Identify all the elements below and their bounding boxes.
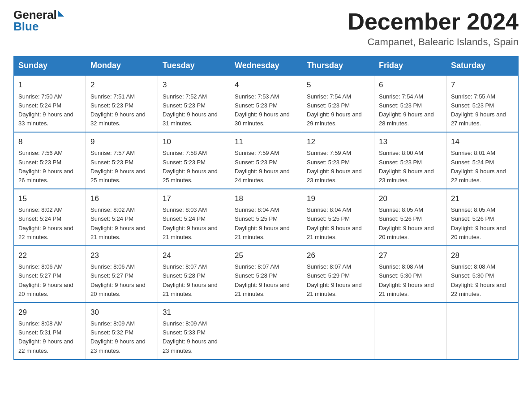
day-info: Sunrise: 8:04 AMSunset: 5:25 PMDaylight:… <box>307 206 369 242</box>
day-info: Sunrise: 8:08 AMSunset: 5:30 PMDaylight:… <box>379 262 442 299</box>
calendar-week-row: 22Sunrise: 8:06 AMSunset: 5:27 PMDayligh… <box>14 246 519 303</box>
day-number: 25 <box>235 250 297 261</box>
table-row <box>374 303 446 360</box>
day-info: Sunrise: 8:07 AMSunset: 5:28 PMDaylight:… <box>163 262 225 299</box>
day-number: 14 <box>451 136 514 148</box>
day-number: 30 <box>90 307 153 318</box>
table-row: 23Sunrise: 8:06 AMSunset: 5:27 PMDayligh… <box>86 246 158 303</box>
table-row: 12Sunrise: 7:59 AMSunset: 5:23 PMDayligh… <box>302 132 374 189</box>
table-row: 15Sunrise: 8:02 AMSunset: 5:24 PMDayligh… <box>14 189 86 246</box>
logo-triangle-icon <box>58 10 64 17</box>
table-row <box>302 303 374 360</box>
day-info: Sunrise: 8:04 AMSunset: 5:25 PMDaylight:… <box>235 206 297 242</box>
day-info: Sunrise: 8:05 AMSunset: 5:26 PMDaylight:… <box>379 206 442 242</box>
day-number: 17 <box>163 193 225 205</box>
logo-general-text: General <box>13 9 57 21</box>
table-row: 31Sunrise: 8:09 AMSunset: 5:33 PMDayligh… <box>158 303 230 360</box>
calendar-week-row: 15Sunrise: 8:02 AMSunset: 5:24 PMDayligh… <box>14 189 519 246</box>
day-info: Sunrise: 8:07 AMSunset: 5:29 PMDaylight:… <box>307 262 369 299</box>
table-row: 3Sunrise: 7:52 AMSunset: 5:23 PMDaylight… <box>158 75 230 132</box>
day-info: Sunrise: 8:01 AMSunset: 5:24 PMDaylight:… <box>451 149 514 185</box>
table-row <box>446 303 519 360</box>
table-row: 17Sunrise: 8:03 AMSunset: 5:24 PMDayligh… <box>158 189 230 246</box>
day-number: 22 <box>18 250 81 261</box>
table-row: 22Sunrise: 8:06 AMSunset: 5:27 PMDayligh… <box>14 246 86 303</box>
day-info: Sunrise: 7:53 AMSunset: 5:23 PMDaylight:… <box>235 92 297 128</box>
day-number: 7 <box>451 79 514 91</box>
table-row: 20Sunrise: 8:05 AMSunset: 5:26 PMDayligh… <box>374 189 446 246</box>
table-row: 26Sunrise: 8:07 AMSunset: 5:29 PMDayligh… <box>302 246 374 303</box>
day-info: Sunrise: 8:03 AMSunset: 5:24 PMDaylight:… <box>163 206 225 242</box>
day-info: Sunrise: 8:06 AMSunset: 5:27 PMDaylight:… <box>18 262 81 299</box>
table-row: 28Sunrise: 8:08 AMSunset: 5:30 PMDayligh… <box>446 246 519 303</box>
day-info: Sunrise: 8:07 AMSunset: 5:28 PMDaylight:… <box>235 262 297 299</box>
day-number: 16 <box>90 193 153 205</box>
table-row <box>230 303 302 360</box>
table-row: 6Sunrise: 7:54 AMSunset: 5:23 PMDaylight… <box>374 75 446 132</box>
day-number: 2 <box>90 79 153 91</box>
day-info: Sunrise: 7:52 AMSunset: 5:23 PMDaylight:… <box>163 92 225 128</box>
table-row: 29Sunrise: 8:08 AMSunset: 5:31 PMDayligh… <box>14 303 86 360</box>
header-friday: Friday <box>374 56 446 76</box>
day-info: Sunrise: 7:59 AMSunset: 5:23 PMDaylight:… <box>307 149 369 185</box>
day-info: Sunrise: 7:59 AMSunset: 5:23 PMDaylight:… <box>235 149 297 185</box>
day-info: Sunrise: 7:58 AMSunset: 5:23 PMDaylight:… <box>163 149 225 185</box>
table-row: 4Sunrise: 7:53 AMSunset: 5:23 PMDaylight… <box>230 75 302 132</box>
table-row: 2Sunrise: 7:51 AMSunset: 5:23 PMDaylight… <box>86 75 158 132</box>
day-info: Sunrise: 7:54 AMSunset: 5:23 PMDaylight:… <box>379 92 442 128</box>
day-number: 29 <box>18 307 81 318</box>
day-info: Sunrise: 8:09 AMSunset: 5:32 PMDaylight:… <box>90 319 153 355</box>
day-number: 11 <box>235 136 297 148</box>
day-number: 24 <box>163 250 225 261</box>
day-info: Sunrise: 7:51 AMSunset: 5:23 PMDaylight:… <box>90 92 153 128</box>
header-monday: Monday <box>86 56 158 76</box>
day-info: Sunrise: 7:54 AMSunset: 5:23 PMDaylight:… <box>307 92 369 128</box>
page-header: General Blue December 2024 Campanet, Bal… <box>13 9 519 48</box>
calendar-title: December 2024 <box>348 9 519 34</box>
day-number: 9 <box>90 136 153 148</box>
day-number: 28 <box>451 250 514 261</box>
table-row: 5Sunrise: 7:54 AMSunset: 5:23 PMDaylight… <box>302 75 374 132</box>
table-row: 16Sunrise: 8:02 AMSunset: 5:24 PMDayligh… <box>86 189 158 246</box>
calendar-week-row: 8Sunrise: 7:56 AMSunset: 5:23 PMDaylight… <box>14 132 519 189</box>
calendar-header-row: Sunday Monday Tuesday Wednesday Thursday… <box>14 56 519 76</box>
day-number: 20 <box>379 193 442 205</box>
day-number: 21 <box>451 193 514 205</box>
day-number: 13 <box>379 136 442 148</box>
calendar-table: Sunday Monday Tuesday Wednesday Thursday… <box>13 56 519 360</box>
day-number: 3 <box>163 79 225 91</box>
day-number: 23 <box>90 250 153 261</box>
table-row: 8Sunrise: 7:56 AMSunset: 5:23 PMDaylight… <box>14 132 86 189</box>
logo: General Blue <box>13 9 64 32</box>
day-info: Sunrise: 7:56 AMSunset: 5:23 PMDaylight:… <box>18 149 81 185</box>
day-number: 15 <box>18 193 81 205</box>
table-row: 18Sunrise: 8:04 AMSunset: 5:25 PMDayligh… <box>230 189 302 246</box>
day-number: 5 <box>307 79 369 91</box>
table-row: 21Sunrise: 8:05 AMSunset: 5:26 PMDayligh… <box>446 189 519 246</box>
day-number: 26 <box>307 250 369 261</box>
table-row: 27Sunrise: 8:08 AMSunset: 5:30 PMDayligh… <box>374 246 446 303</box>
header-sunday: Sunday <box>14 56 86 76</box>
table-row: 30Sunrise: 8:09 AMSunset: 5:32 PMDayligh… <box>86 303 158 360</box>
day-info: Sunrise: 8:08 AMSunset: 5:30 PMDaylight:… <box>451 262 514 299</box>
header-wednesday: Wednesday <box>230 56 302 76</box>
table-row: 25Sunrise: 8:07 AMSunset: 5:28 PMDayligh… <box>230 246 302 303</box>
day-number: 27 <box>379 250 442 261</box>
day-info: Sunrise: 8:06 AMSunset: 5:27 PMDaylight:… <box>90 262 153 299</box>
day-info: Sunrise: 8:08 AMSunset: 5:31 PMDaylight:… <box>18 319 81 355</box>
table-row: 13Sunrise: 8:00 AMSunset: 5:23 PMDayligh… <box>374 132 446 189</box>
day-info: Sunrise: 8:02 AMSunset: 5:24 PMDaylight:… <box>18 206 81 242</box>
calendar-subtitle: Campanet, Balearic Islands, Spain <box>348 36 519 48</box>
title-block: December 2024 Campanet, Balearic Islands… <box>348 9 519 48</box>
table-row: 24Sunrise: 8:07 AMSunset: 5:28 PMDayligh… <box>158 246 230 303</box>
day-info: Sunrise: 8:00 AMSunset: 5:23 PMDaylight:… <box>379 149 442 185</box>
day-number: 6 <box>379 79 442 91</box>
header-saturday: Saturday <box>446 56 519 76</box>
table-row: 14Sunrise: 8:01 AMSunset: 5:24 PMDayligh… <box>446 132 519 189</box>
day-number: 1 <box>18 79 81 91</box>
table-row: 11Sunrise: 7:59 AMSunset: 5:23 PMDayligh… <box>230 132 302 189</box>
table-row: 1Sunrise: 7:50 AMSunset: 5:24 PMDaylight… <box>14 75 86 132</box>
day-info: Sunrise: 8:09 AMSunset: 5:33 PMDaylight:… <box>163 319 225 355</box>
day-number: 4 <box>235 79 297 91</box>
calendar-week-row: 1Sunrise: 7:50 AMSunset: 5:24 PMDaylight… <box>14 75 519 132</box>
